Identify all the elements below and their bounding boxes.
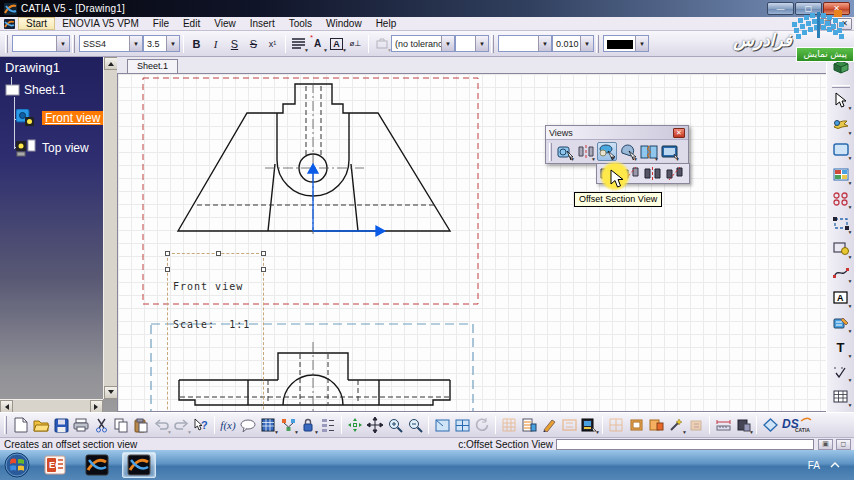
multi-view-button[interactable] — [452, 415, 472, 435]
broken-view-tool-button[interactable]: ▼ — [639, 142, 659, 161]
select-tool-button[interactable]: ▼ — [831, 91, 851, 110]
menu-file[interactable]: File — [146, 17, 176, 30]
minimize-button[interactable]: — — [767, 2, 794, 15]
underline-button[interactable]: S — [225, 34, 244, 53]
knowledge-fx-button[interactable]: f(x) — [218, 415, 238, 435]
check-dimension-button[interactable]: ▼ — [831, 363, 851, 382]
close-button[interactable]: ✕ — [823, 2, 850, 15]
maximize-button[interactable]: ▢ — [795, 2, 822, 15]
view-wizard-tool-button[interactable]: ▼ — [660, 142, 680, 161]
mdi-close-button[interactable]: ✕ — [837, 18, 852, 30]
menu-view[interactable]: View — [207, 17, 243, 30]
undo-button[interactable]: ▼ — [151, 415, 171, 435]
grid2-button[interactable] — [606, 415, 626, 435]
justify-button[interactable]: ▼ — [289, 34, 308, 53]
tolerance-type-combo[interactable]: ▼ — [455, 35, 489, 52]
cut-button[interactable] — [91, 415, 111, 435]
update-button[interactable] — [686, 415, 706, 435]
analysis-display-button[interactable] — [539, 415, 559, 435]
whats-this-button[interactable]: ? — [191, 415, 211, 435]
frame-box-button[interactable] — [626, 415, 646, 435]
menu-insert[interactable]: Insert — [243, 17, 282, 30]
graph-nodes-button[interactable]: ▼ — [278, 415, 298, 435]
drawing-canvas[interactable]: Front view Scale: 1:1 Views ✕ — [117, 73, 826, 412]
paste-button[interactable] — [131, 415, 151, 435]
frame-lock-button[interactable]: ▼ — [831, 239, 851, 258]
text-frame-button[interactable]: A▼ — [327, 34, 346, 53]
wizard-button[interactable]: ▼ — [666, 415, 686, 435]
frame-box2-button[interactable] — [646, 415, 666, 435]
sheet-tool-button[interactable] — [831, 58, 851, 77]
menu-tools[interactable]: Tools — [282, 17, 319, 30]
new-document-button[interactable] — [11, 415, 31, 435]
spline-button[interactable]: ▼ — [831, 264, 851, 283]
menu-window[interactable]: Window — [319, 17, 369, 30]
pan-button[interactable] — [365, 415, 385, 435]
insert-symbol-button[interactable]: ø⊥ — [346, 34, 365, 53]
taskbar-powerpoint[interactable]: EC — [38, 452, 72, 478]
font-size-combo[interactable]: 3.5▼ — [143, 35, 180, 52]
superscript-button[interactable]: x¹ — [263, 34, 282, 53]
menu-start[interactable]: Start — [18, 17, 55, 30]
menu-enovia[interactable]: ENOVIA V5 VPM — [55, 17, 146, 30]
structure-filter-button[interactable] — [318, 415, 338, 435]
tolerance-combo[interactable]: (no tolerance)▼ — [391, 35, 455, 52]
open-button[interactable] — [31, 415, 51, 435]
fly-tool-button[interactable]: ▼ — [831, 115, 851, 134]
style-combo[interactable]: ▼ — [12, 35, 70, 52]
text-tool-button[interactable]: T▼ — [831, 338, 851, 357]
palette-drag-handle[interactable] — [549, 143, 552, 161]
menu-help[interactable]: Help — [369, 17, 404, 30]
normal-view-button[interactable] — [432, 415, 452, 435]
save-button[interactable] — [51, 415, 71, 435]
measure-item-button[interactable]: ▼ — [733, 415, 753, 435]
toolbar-drag-handle[interactable] — [5, 35, 8, 53]
toolbar-drag-handle[interactable] — [491, 35, 494, 53]
language-indicator[interactable]: FA — [808, 460, 820, 471]
snap-to-grid-button[interactable] — [519, 415, 539, 435]
sheet-tab[interactable]: Sheet.1 — [127, 59, 178, 73]
fit-all-in-button[interactable] — [345, 415, 365, 435]
views-palette-titlebar[interactable]: Views ✕ — [546, 126, 688, 140]
geometrical-tolerance-button[interactable]: ▼ — [372, 34, 391, 53]
zoom-in-button[interactable] — [385, 415, 405, 435]
show-hidden-icons-arrow[interactable] — [830, 461, 840, 469]
table-tool-button[interactable]: ▼ — [831, 387, 851, 406]
rotate-button[interactable] — [472, 415, 492, 435]
selection-handle[interactable] — [165, 267, 170, 272]
strikethrough-button[interactable]: S — [244, 34, 263, 53]
views-palette-close-icon[interactable]: ✕ — [673, 128, 685, 138]
menu-edit[interactable]: Edit — [176, 17, 207, 30]
offset-section-cut-button[interactable] — [642, 164, 662, 183]
part-design-button[interactable] — [760, 415, 780, 435]
clipping-view-tool-button[interactable]: ▼ — [618, 142, 638, 161]
toolbar-drag-handle[interactable] — [72, 35, 75, 53]
copy-button[interactable] — [111, 415, 131, 435]
dashed-frame-button[interactable]: ▼ — [831, 214, 851, 233]
window-panes-button[interactable]: ▼ — [831, 165, 851, 184]
toolbar-drag-handle[interactable] — [4, 416, 7, 434]
toolbar-drag-handle[interactable] — [596, 35, 599, 53]
print-button[interactable] — [71, 415, 91, 435]
dimension-button[interactable]: ▼ — [831, 313, 851, 332]
selection-handle[interactable] — [216, 251, 221, 256]
unfolded-view-tool-button[interactable]: ▼ — [576, 142, 596, 161]
redo-button[interactable]: ▼ — [171, 415, 191, 435]
status-dialog-button[interactable]: ◻ — [836, 439, 851, 450]
tree-root-drawing1[interactable]: Drawing1 — [0, 57, 103, 75]
dimension-system-button[interactable] — [559, 415, 579, 435]
dimension-style-combo[interactable]: ▼ — [498, 35, 552, 52]
zoom-out-button[interactable] — [405, 415, 425, 435]
grid-button[interactable] — [499, 415, 519, 435]
front-view-tool-button[interactable]: ▼ — [555, 142, 575, 161]
taskbar-catia-inactive[interactable] — [80, 452, 114, 478]
lock-button[interactable]: ▼ — [298, 415, 318, 435]
precision-combo[interactable]: 0.010▼ — [552, 35, 594, 52]
points-pattern-button[interactable]: ▼ — [831, 190, 851, 209]
front-view-text-label[interactable]: Front view Scale: 1:1 — [167, 253, 264, 412]
toolbar-drag-handle[interactable] — [832, 85, 850, 88]
aligned-section-cut-button[interactable] — [664, 164, 684, 183]
tree-item-front-view[interactable]: Front view — [16, 109, 103, 127]
measure-button[interactable] — [713, 415, 733, 435]
status-option-button[interactable]: ▣ — [818, 439, 833, 450]
